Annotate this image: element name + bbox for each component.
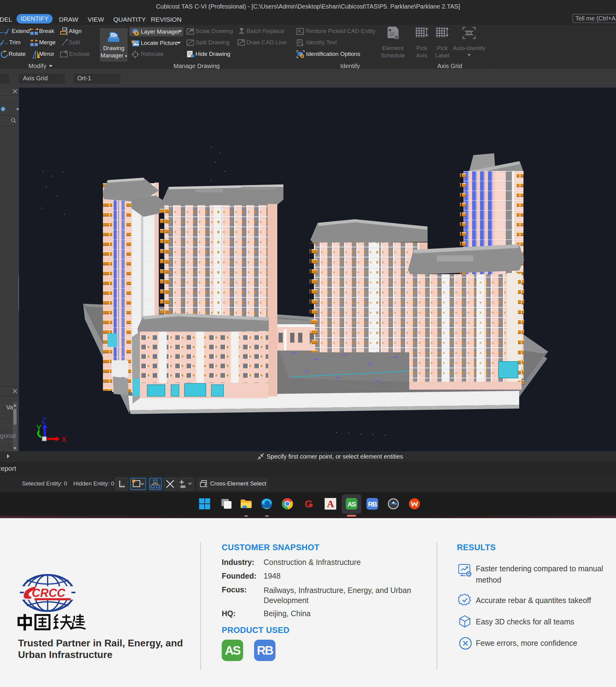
- svg-text:CRCC: CRCC: [32, 586, 65, 599]
- svg-text:RB: RB: [368, 501, 377, 508]
- svg-text:X: X: [61, 435, 67, 444]
- svg-text:A: A: [327, 498, 334, 509]
- svg-text:Z: Z: [42, 416, 46, 425]
- svg-text:G: G: [305, 498, 313, 510]
- svg-text:RB: RB: [257, 644, 273, 657]
- svg-text:AS: AS: [348, 501, 356, 508]
- svg-text:AS: AS: [225, 644, 241, 657]
